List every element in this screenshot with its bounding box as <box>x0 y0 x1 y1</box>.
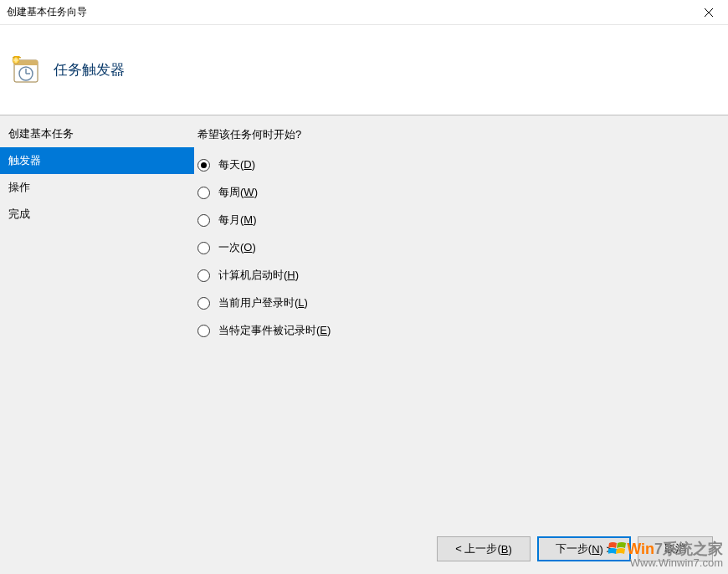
wizard-header: 任务触发器 <box>0 25 728 115</box>
trigger-question: 希望该任务何时开始? <box>197 127 720 142</box>
sidebar-item-action[interactable]: 操作 <box>0 174 194 201</box>
sidebar-item-create-task[interactable]: 创建基本任务 <box>0 120 194 147</box>
option-event-label[interactable]: 当特定事件被记录时(E) <box>218 323 331 338</box>
back-button[interactable]: < 上一步(B) <box>437 536 531 561</box>
sidebar-item-finish[interactable]: 完成 <box>0 201 194 228</box>
option-weekly-label[interactable]: 每周(W) <box>218 185 258 200</box>
option-startup-radio[interactable] <box>197 269 210 282</box>
option-event-row[interactable]: 当特定事件被记录时(E) <box>197 323 720 338</box>
option-weekly-row[interactable]: 每周(W) <box>197 185 720 200</box>
wizard-window: 创建基本任务向导 任务触发器 创建基本任务 <box>0 0 728 574</box>
option-event-radio[interactable] <box>197 325 210 337</box>
option-daily-radio[interactable] <box>197 159 210 172</box>
next-button[interactable]: 下一步(N) > <box>537 536 631 561</box>
option-daily-label[interactable]: 每天(D) <box>218 157 255 172</box>
close-icon <box>705 8 713 17</box>
wizard-body: 创建基本任务 触发器 操作 完成 希望该任务何时开始? 每天(D) 每周(W) … <box>0 115 728 524</box>
option-monthly-row[interactable]: 每月(M) <box>197 213 720 228</box>
wizard-icon <box>12 56 40 85</box>
option-logon-label[interactable]: 当前用户登录时(L) <box>218 295 308 310</box>
window-title: 创建基本任务向导 <box>7 5 690 19</box>
option-startup-row[interactable]: 计算机启动时(H) <box>197 268 720 283</box>
option-monthly-label[interactable]: 每月(M) <box>218 213 257 228</box>
option-logon-radio[interactable] <box>197 297 210 310</box>
wizard-title: 任务触发器 <box>54 60 125 79</box>
option-once-label[interactable]: 一次(O) <box>218 240 256 255</box>
wizard-content: 希望该任务何时开始? 每天(D) 每周(W) 每月(M) 一次(O) 计算机启动… <box>194 115 728 524</box>
option-monthly-radio[interactable] <box>197 214 210 227</box>
option-daily-row[interactable]: 每天(D) <box>197 157 720 172</box>
option-once-row[interactable]: 一次(O) <box>197 240 720 255</box>
titlebar: 创建基本任务向导 <box>0 0 728 25</box>
sidebar-item-trigger[interactable]: 触发器 <box>0 147 194 174</box>
cancel-button[interactable]: 取消 <box>638 536 713 561</box>
option-once-radio[interactable] <box>197 242 210 254</box>
wizard-sidebar: 创建基本任务 触发器 操作 完成 <box>0 115 194 524</box>
option-weekly-radio[interactable] <box>197 187 210 199</box>
option-logon-row[interactable]: 当前用户登录时(L) <box>197 295 720 310</box>
wizard-footer: < 上一步(B) 下一步(N) > 取消 <box>0 524 728 574</box>
option-startup-label[interactable]: 计算机启动时(H) <box>218 268 299 283</box>
close-button[interactable] <box>690 0 728 25</box>
